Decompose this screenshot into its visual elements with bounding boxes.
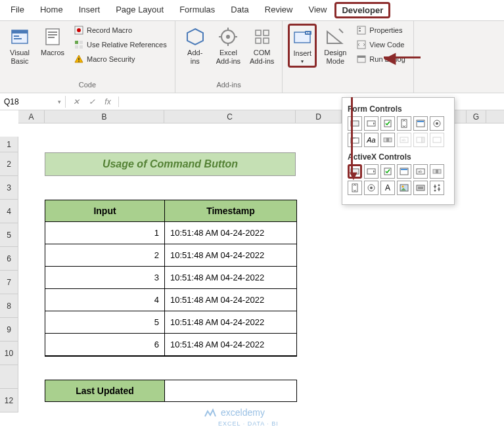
record-macro-button[interactable]: Record Macro	[71, 24, 170, 37]
form-spinner-control[interactable]	[397, 116, 411, 131]
header-timestamp[interactable]: Timestamp	[165, 200, 296, 222]
row-header-8[interactable]: 8	[0, 294, 18, 318]
svg-rect-26	[357, 26, 365, 34]
row-header-7[interactable]: 7	[0, 271, 18, 294]
col-header-a[interactable]: A	[18, 110, 45, 123]
svg-rect-64	[418, 187, 423, 189]
cell-input[interactable]: 3	[45, 267, 165, 289]
watermark-subtitle: EXCEL · DATA · BI	[218, 420, 279, 427]
tab-review[interactable]: Review	[257, 1, 301, 20]
last-updated-label[interactable]: Last Updated	[45, 380, 165, 401]
form-combo2-control[interactable]	[413, 133, 428, 147]
cell-input[interactable]: 2	[45, 244, 165, 267]
row-header-5[interactable]: 5	[0, 223, 18, 247]
form-listbox-control[interactable]	[413, 116, 428, 131]
cell-timestamp[interactable]: 10:51:48 AM 04-24-2022	[165, 334, 296, 356]
svg-point-65	[434, 190, 436, 192]
tab-developer[interactable]: Developer	[334, 2, 390, 18]
use-relative-button[interactable]: Use Relative References	[71, 38, 170, 51]
col-header-c[interactable]: C	[164, 110, 296, 123]
excel-addins-button[interactable]: Excel Add-ins	[214, 24, 243, 68]
svg-point-62	[402, 186, 404, 188]
tab-view[interactable]: View	[300, 1, 334, 20]
watermark-text: exceldemy	[221, 407, 265, 418]
row-header-12[interactable]: 12	[0, 389, 18, 412]
tab-home[interactable]: Home	[32, 1, 71, 20]
com-addins-button[interactable]: COM Add-ins	[247, 24, 277, 68]
activex-more-control[interactable]	[430, 181, 444, 195]
svg-rect-6	[48, 34, 57, 35]
addins-button[interactable]: Add- ins	[181, 24, 210, 68]
activex-scrollbar-control[interactable]	[430, 164, 444, 179]
cell-input[interactable]: 6	[45, 334, 165, 356]
sheet-title-cell[interactable]: Usage of Command Button	[45, 152, 296, 176]
visual-basic-button[interactable]: Visual Basic	[5, 24, 34, 68]
form-option-control[interactable]	[430, 116, 444, 131]
fx-icon[interactable]: fx	[103, 97, 113, 107]
activex-toggle-control[interactable]	[413, 181, 428, 195]
activex-label-control[interactable]: A	[380, 181, 395, 195]
col-header-g[interactable]: G	[467, 110, 486, 123]
tab-insert[interactable]: Insert	[71, 1, 108, 20]
activex-combo-control[interactable]	[364, 164, 378, 179]
activex-checkbox-control[interactable]	[380, 164, 395, 179]
cell-timestamp[interactable]: 10:51:48 AM 04-24-2022	[165, 289, 296, 311]
view-code-button[interactable]: View Code	[354, 38, 407, 51]
addins-icon	[185, 26, 206, 47]
cancel-formula-icon[interactable]: ✕	[71, 97, 81, 107]
macros-icon	[42, 26, 63, 47]
form-textfield-control[interactable]: ab	[397, 133, 411, 147]
svg-rect-14	[78, 58, 79, 60]
excel-addins-label: Excel Add-ins	[216, 49, 241, 66]
form-label-control[interactable]: Aa	[364, 133, 378, 147]
cell-timestamp[interactable]: 10:51:48 AM 04-24-2022	[165, 244, 296, 267]
row-header-3[interactable]: 3	[0, 176, 18, 200]
col-header-b[interactable]: B	[45, 110, 164, 123]
cell-input[interactable]: 1	[45, 222, 165, 244]
svg-rect-43	[386, 138, 389, 142]
form-button-control[interactable]	[348, 116, 362, 131]
row-header-10[interactable]: 10	[0, 342, 18, 365]
row-header-1[interactable]: 1	[0, 137, 18, 152]
cell-timestamp[interactable]: 10:51:48 AM 04-24-2022	[165, 311, 296, 334]
form-combo-control[interactable]	[364, 116, 378, 131]
accept-formula-icon[interactable]: ✓	[87, 97, 97, 107]
activex-textbox-control[interactable]: ab	[413, 164, 428, 179]
com-addins-icon	[252, 26, 273, 47]
last-updated-value[interactable]	[165, 380, 296, 401]
svg-rect-46	[417, 137, 422, 143]
col-header-d[interactable]: D	[296, 110, 342, 123]
svg-rect-5	[48, 32, 57, 33]
tab-page-layout[interactable]: Page Layout	[108, 1, 172, 20]
macro-security-button[interactable]: Macro Security	[71, 53, 170, 66]
row-header-4[interactable]: 4	[0, 200, 18, 223]
activex-listbox-control[interactable]	[397, 164, 411, 179]
properties-button[interactable]: Properties	[354, 24, 407, 37]
row-header-6[interactable]: 6	[0, 247, 18, 271]
form-dropdown-control[interactable]	[430, 133, 444, 147]
cell-input[interactable]: 4	[45, 289, 165, 311]
row-header-11[interactable]	[0, 365, 18, 389]
tab-data[interactable]: Data	[223, 1, 256, 20]
cell-timestamp[interactable]: 10:51:48 AM 04-24-2022	[165, 267, 296, 289]
row-header-9[interactable]: 9	[0, 318, 18, 342]
header-input[interactable]: Input	[45, 200, 165, 222]
form-checkbox-control[interactable]	[380, 116, 395, 131]
form-scrollbar-control[interactable]	[380, 133, 395, 147]
row-header-2[interactable]: 2	[0, 152, 18, 176]
properties-icon	[356, 25, 367, 35]
tab-formulas[interactable]: Formulas	[172, 1, 223, 20]
activex-image-control[interactable]	[397, 181, 411, 195]
svg-rect-13	[80, 45, 83, 49]
tab-file[interactable]: File	[3, 1, 32, 20]
cell-timestamp[interactable]: 10:51:48 AM 04-24-2022	[165, 222, 296, 244]
annotation-arrow-left-icon: ◀	[384, 49, 396, 67]
insert-controls-button[interactable]: Insert ▾	[288, 24, 317, 68]
cell-input[interactable]: 5	[45, 311, 165, 334]
macros-button[interactable]: Macros	[38, 24, 67, 59]
run-dialog-button[interactable]: Run Dialog	[354, 53, 407, 66]
design-mode-button[interactable]: Design Mode	[321, 24, 350, 68]
activex-option-control[interactable]	[364, 181, 378, 195]
form-groupbox-control[interactable]: xyz	[348, 133, 362, 147]
name-box[interactable]: Q18 ▾	[0, 96, 66, 108]
